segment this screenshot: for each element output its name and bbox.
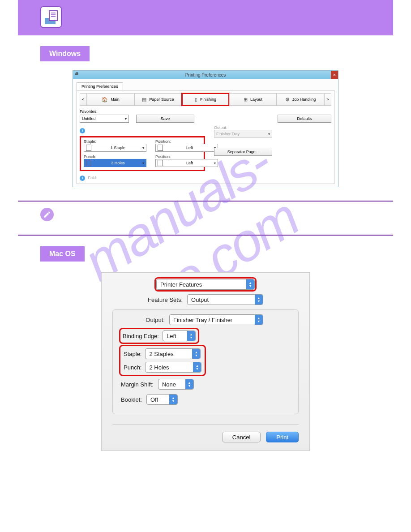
divider bbox=[18, 201, 393, 202]
chevron-down-icon: ▾ bbox=[142, 146, 144, 150]
booklet-popup[interactable]: Off ▲▼ bbox=[146, 394, 178, 405]
output-panel: Output: Finisher Tray / Finisher ▲▼ Bind… bbox=[112, 309, 299, 414]
position2-label: Position: bbox=[155, 154, 218, 159]
pencil-note-icon bbox=[40, 208, 54, 221]
updown-icon: ▲▼ bbox=[246, 279, 254, 289]
updown-icon: ▲▼ bbox=[255, 295, 263, 305]
favorites-select[interactable]: Untitled▾ bbox=[80, 115, 129, 123]
note-row bbox=[18, 206, 393, 221]
fold-label: Fold: bbox=[88, 176, 97, 180]
info-icon: i bbox=[80, 176, 85, 181]
layout-icon: ⊞ bbox=[244, 97, 248, 103]
tab-finishing[interactable]: ▯Finishing bbox=[182, 93, 229, 106]
staple-label: Staple: bbox=[124, 351, 141, 357]
printer-sys-icon: 🖶 bbox=[75, 72, 79, 76]
updown-icon: ▲▼ bbox=[192, 349, 200, 359]
divider bbox=[18, 235, 393, 236]
print-button[interactable]: Print bbox=[266, 432, 299, 442]
home-icon: 🏠 bbox=[102, 97, 108, 103]
tray-icon: ▤ bbox=[142, 97, 146, 103]
nav-next-button[interactable]: > bbox=[324, 93, 331, 106]
dialog-title: Printing Preferences bbox=[185, 73, 226, 77]
tab-paper-source[interactable]: ▤Paper Source bbox=[134, 93, 182, 106]
margin-shift-label: Margin Shift: bbox=[121, 381, 154, 388]
page-icon: ▯ bbox=[195, 97, 197, 103]
updown-icon: ▲▼ bbox=[185, 379, 193, 389]
tab-job-handling[interactable]: ⚙Job Handling bbox=[277, 93, 324, 106]
booklet-label: Booklet: bbox=[121, 396, 142, 403]
chevron-down-icon: ▾ bbox=[268, 132, 270, 136]
chevron-down-icon: ▾ bbox=[142, 161, 144, 165]
output-label: Output: bbox=[214, 125, 272, 130]
staple-label: Staple: bbox=[84, 139, 146, 144]
punch-popup[interactable]: 2 Holes ▲▼ bbox=[145, 362, 201, 373]
punch-select[interactable]: 3 Holes▾ bbox=[84, 159, 146, 167]
section-label-windows: Windows bbox=[40, 46, 90, 61]
updown-icon: ▲▼ bbox=[255, 315, 263, 325]
close-icon[interactable]: × bbox=[331, 71, 338, 79]
tab-main[interactable]: 🏠Main bbox=[87, 93, 134, 106]
section-label-mac: Mac OS bbox=[40, 246, 85, 262]
separator-page-button[interactable]: Separator Page... bbox=[214, 148, 272, 156]
nav-tabs-row: < 🏠Main ▤Paper Source ▯Finishing ⊞Layout… bbox=[80, 93, 331, 106]
gear-icon: ⚙ bbox=[285, 97, 290, 103]
main-popup[interactable]: Printer Features ▲▼ bbox=[156, 279, 255, 290]
nav-prev-button[interactable]: < bbox=[80, 93, 87, 106]
margin-shift-popup[interactable]: None ▲▼ bbox=[158, 379, 194, 390]
mac-dialog: Printer Features ▲▼ Feature Sets: Output… bbox=[101, 272, 310, 451]
feature-sets-popup[interactable]: Output ▲▼ bbox=[187, 294, 263, 305]
page-header bbox=[18, 0, 393, 35]
cancel-button[interactable]: Cancel bbox=[222, 432, 261, 442]
chevron-down-icon: ▾ bbox=[125, 117, 127, 121]
binding-edge-popup[interactable]: Left ▲▼ bbox=[163, 330, 196, 341]
output-select[interactable]: Finisher Tray▾ bbox=[214, 130, 272, 138]
updown-icon: ▲▼ bbox=[193, 362, 201, 372]
position2-select[interactable]: Left▾ bbox=[155, 159, 218, 167]
staple-punch-group: Staple: 1 Staple▾ Position: Left▾ Punch:… bbox=[80, 136, 205, 171]
staple-popup[interactable]: 2 Staples ▲▼ bbox=[145, 348, 201, 359]
pref-tab[interactable]: Printing Preferences bbox=[77, 82, 123, 90]
updown-icon: ▲▼ bbox=[187, 331, 195, 341]
favorites-label: Favorites: bbox=[80, 109, 98, 114]
svg-rect-1 bbox=[49, 11, 57, 21]
tab-layout[interactable]: ⊞Layout bbox=[229, 93, 277, 106]
feature-sets-label: Feature Sets: bbox=[148, 296, 183, 303]
position-label: Position: bbox=[155, 139, 218, 144]
binding-edge-label: Binding Edge: bbox=[123, 333, 159, 339]
position-select[interactable]: Left▾ bbox=[155, 144, 218, 152]
updown-icon: ▲▼ bbox=[169, 395, 177, 404]
defaults-button[interactable]: Defaults bbox=[278, 115, 331, 123]
punch-label: Punch: bbox=[124, 364, 141, 371]
printer-module-icon bbox=[40, 6, 62, 28]
punch-label: Punch: bbox=[84, 154, 146, 159]
save-button[interactable]: Save bbox=[136, 115, 194, 123]
dialog-titlebar: 🖶 Printing Preferences × bbox=[73, 71, 338, 79]
output-label: Output: bbox=[146, 317, 165, 323]
staple-select[interactable]: 1 Staple▾ bbox=[84, 144, 146, 152]
info-icon: i bbox=[80, 128, 85, 133]
output-popup[interactable]: Finisher Tray / Finisher ▲▼ bbox=[169, 314, 263, 325]
windows-dialog: 🖶 Printing Preferences × Printing Prefer… bbox=[73, 70, 338, 187]
